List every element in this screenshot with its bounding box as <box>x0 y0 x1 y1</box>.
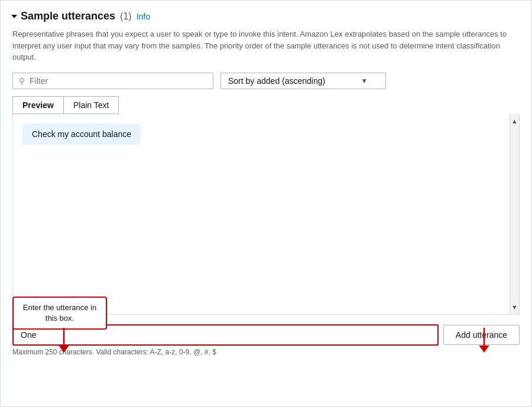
annotation-box: Enter the utterance in this box. <box>12 297 107 330</box>
utterances-inner: Check my account balance <box>13 114 510 314</box>
svg-marker-1 <box>59 346 69 353</box>
info-link[interactable]: Info <box>137 12 150 21</box>
svg-marker-3 <box>479 346 489 353</box>
search-icon: ⚲ <box>19 76 25 86</box>
collapse-icon[interactable] <box>11 15 17 18</box>
filter-wrapper: ⚲ <box>12 73 213 89</box>
section-title: Sample utterances <box>21 10 115 22</box>
annotation-text: Enter the utterance in this box. <box>23 303 96 323</box>
scroll-down-icon[interactable]: ▼ <box>509 301 520 313</box>
sort-select[interactable]: Sort by added (ascending) ▼ <box>220 73 386 89</box>
sort-select-label: Sort by added (ascending) <box>228 76 325 86</box>
scrollbar[interactable]: ▲ ▼ <box>510 114 519 314</box>
char-limit-note: Maximum 250 characters. Valid characters… <box>12 346 520 361</box>
tab-container: Preview Plain Text <box>12 96 520 114</box>
annotation-arrow-right <box>477 328 491 354</box>
utterances-area: Check my account balance ▲ ▼ <box>12 114 520 315</box>
count-badge: (1) <box>120 11 132 22</box>
filter-input[interactable] <box>30 76 207 86</box>
annotation-arrow-left <box>57 328 71 354</box>
utterance-item: Check my account balance <box>22 123 141 145</box>
sample-utterances-panel: Sample utterances (1) Info Representativ… <box>0 0 532 407</box>
section-header: Sample utterances (1) Info <box>12 10 520 22</box>
chevron-down-icon: ▼ <box>361 77 368 85</box>
tab-preview[interactable]: Preview <box>12 96 63 114</box>
controls-row: ⚲ Sort by added (ascending) ▼ <box>12 73 520 89</box>
section-description: Representative phrases that you expect a… <box>12 28 520 63</box>
scroll-up-icon[interactable]: ▲ <box>509 115 520 127</box>
tab-plain-text[interactable]: Plain Text <box>63 96 119 114</box>
